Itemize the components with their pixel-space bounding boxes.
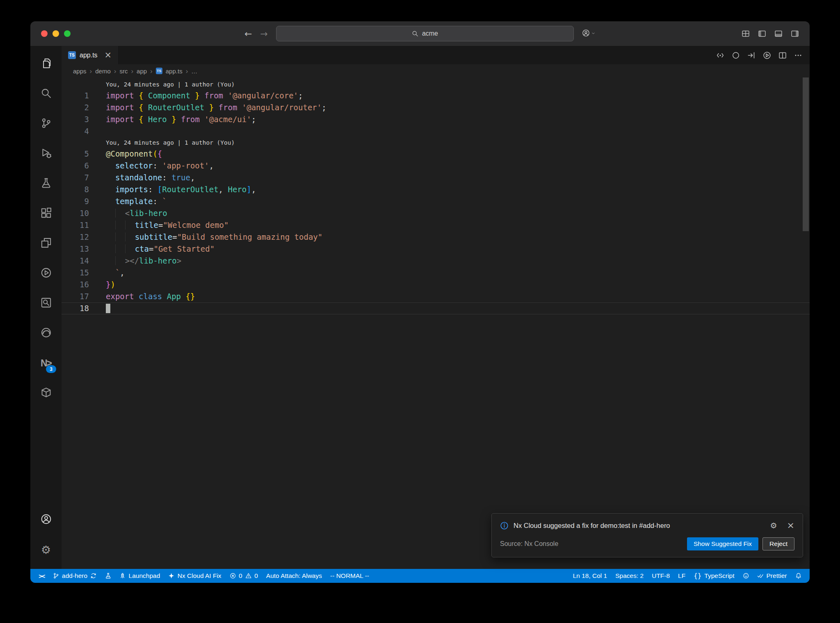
navigate-back-icon[interactable]: ←	[244, 29, 252, 39]
code-line[interactable]: 3import { Hero } from '@acme/ui';	[62, 114, 810, 125]
activity-extensions[interactable]	[30, 199, 62, 229]
customize-layout-icon[interactable]	[742, 30, 750, 38]
scrollbar-thumb[interactable]	[803, 77, 809, 231]
toggle-primary-sidebar-icon[interactable]	[758, 30, 766, 38]
code-line[interactable]: 9 template: `	[62, 196, 810, 207]
codelens-annotation[interactable]: You, 24 minutes ago | 1 author (You)	[62, 79, 810, 90]
line-number[interactable]: 15	[62, 267, 89, 279]
activity-run-and-debug[interactable]	[30, 139, 62, 169]
maximize-window-button[interactable]	[64, 30, 71, 37]
line-number[interactable]: 11	[62, 219, 89, 231]
code-line[interactable]: 4	[62, 125, 810, 137]
code-line[interactable]: 10 <lib-hero	[62, 207, 810, 219]
code-line[interactable]: 13 cta="Get Started"	[62, 243, 810, 255]
accounts-menu[interactable]	[582, 29, 596, 39]
statusbar-problems[interactable]: 00	[226, 569, 262, 583]
line-number[interactable]: 8	[62, 184, 89, 196]
statusbar-indentation[interactable]: Spaces: 2	[611, 569, 648, 583]
statusbar-prettier[interactable]: Prettier	[753, 569, 791, 583]
toggle-secondary-sidebar-icon[interactable]	[791, 30, 799, 38]
gitlens-compare-icon[interactable]	[716, 51, 724, 59]
close-window-button[interactable]	[41, 30, 48, 37]
activity-live-preview[interactable]	[30, 229, 62, 259]
breadcrumb-item[interactable]: app	[137, 68, 147, 75]
code-line[interactable]: 11 title="Welcmoe demo"	[62, 219, 810, 231]
codelens-annotation[interactable]: You, 24 minutes ago | 1 author (You)	[62, 137, 810, 148]
line-number[interactable]: 6	[62, 160, 89, 172]
statusbar-launchpad[interactable]: Launchpad	[115, 569, 164, 583]
statusbar-remote-indicator[interactable]: ><	[34, 569, 49, 583]
line-number[interactable]: 1	[62, 90, 89, 102]
statusbar-nx-status[interactable]	[101, 569, 116, 583]
toggle-panel-icon[interactable]	[774, 30, 783, 38]
gitlens-annotations-icon[interactable]	[732, 51, 740, 59]
show-suggested-fix-button[interactable]: Show Suggested Fix	[687, 537, 758, 550]
code-line[interactable]: 16})	[62, 279, 810, 291]
statusbar-nx-cloud-ai-fix[interactable]: Nx Cloud AI Fix	[164, 569, 225, 583]
open-changes-icon[interactable]	[747, 51, 756, 59]
code-line[interactable]: 5@Component({	[62, 148, 810, 160]
split-editor-icon[interactable]	[778, 51, 787, 59]
breadcrumb-symbol-ellipsis[interactable]: …	[191, 68, 197, 75]
code-line[interactable]: 1import { Component } from '@angular/cor…	[62, 90, 810, 102]
breadcrumb-item[interactable]: src	[119, 68, 128, 75]
line-number[interactable]	[62, 137, 89, 148]
activity-package-explorer[interactable]	[30, 378, 62, 408]
statusbar-vim-mode[interactable]: -- NORMAL --	[326, 569, 373, 583]
code-line[interactable]: 14 ></lib-hero>	[62, 255, 810, 267]
statusbar-feedback[interactable]	[739, 569, 753, 583]
editor[interactable]: You, 24 minutes ago | 1 author (You)1imp…	[62, 77, 810, 569]
activity-source-control[interactable]	[30, 109, 62, 139]
activity-accounts[interactable]	[30, 505, 62, 535]
line-number[interactable]: 4	[62, 125, 89, 137]
statusbar-end-of-line[interactable]: LF	[674, 569, 689, 583]
code-line[interactable]: 17export class App {}	[62, 291, 810, 302]
navigate-forward-icon[interactable]: →	[260, 29, 268, 39]
code-line[interactable]: 8 imports: [RouterOutlet, Hero],	[62, 184, 810, 196]
line-number[interactable]: 2	[62, 102, 89, 114]
code-line[interactable]: 18	[62, 302, 810, 314]
line-number[interactable]: 9	[62, 196, 89, 207]
code-line[interactable]: 12 subtitle="Build something amazing tod…	[62, 231, 810, 243]
line-number[interactable]: 14	[62, 255, 89, 267]
line-number[interactable]: 17	[62, 291, 89, 302]
breadcrumb-file[interactable]: app.ts	[166, 68, 183, 75]
statusbar-notifications-bell[interactable]	[791, 569, 806, 583]
breadcrumb-item[interactable]: demo	[95, 68, 111, 75]
activity-nx-console[interactable]: N>3	[30, 348, 62, 378]
breadcrumb-item[interactable]: apps	[73, 68, 87, 75]
command-center-search[interactable]: acme	[276, 26, 574, 41]
line-number[interactable]: 3	[62, 114, 89, 125]
activity-search-editor[interactable]	[30, 289, 62, 318]
activity-edge-devtools[interactable]	[30, 318, 62, 348]
line-number[interactable]: 7	[62, 172, 89, 184]
more-actions-icon[interactable]	[794, 51, 802, 59]
statusbar-cursor-position[interactable]: Ln 18, Col 1	[569, 569, 612, 583]
code-line[interactable]: 2import { RouterOutlet } from '@angular/…	[62, 102, 810, 114]
notification-settings-icon[interactable]: ⚙	[770, 522, 777, 530]
line-number[interactable]: 12	[62, 231, 89, 243]
line-number[interactable]: 5	[62, 148, 89, 160]
code-line[interactable]: 6 selector: 'app-root',	[62, 160, 810, 172]
activity-settings[interactable]: ⚙	[30, 535, 62, 565]
minimize-window-button[interactable]	[52, 30, 59, 37]
activity-search[interactable]	[30, 79, 62, 109]
statusbar-language-mode[interactable]: {}TypeScript	[689, 569, 738, 583]
line-number[interactable]: 18	[62, 302, 89, 314]
tab-app-ts[interactable]: TS app.ts ×	[62, 46, 118, 64]
line-number[interactable]	[62, 79, 89, 90]
activity-explorer[interactable]	[30, 49, 62, 79]
statusbar-git-branch[interactable]: add-hero	[49, 569, 101, 583]
run-file-icon[interactable]	[763, 51, 771, 59]
reject-button[interactable]: Reject	[762, 537, 794, 550]
statusbar-encoding[interactable]: UTF-8	[648, 569, 674, 583]
notification-close-icon[interactable]: ×	[787, 521, 794, 530]
line-number[interactable]: 16	[62, 279, 89, 291]
activity-testing[interactable]	[30, 169, 62, 199]
line-number[interactable]: 13	[62, 243, 89, 255]
statusbar-auto-attach[interactable]: Auto Attach: Always	[262, 569, 326, 583]
line-number[interactable]: 10	[62, 207, 89, 219]
activity-code-runner[interactable]	[30, 259, 62, 289]
code-line[interactable]: 15 `,	[62, 267, 810, 279]
code-line[interactable]: 7 standalone: true,	[62, 172, 810, 184]
